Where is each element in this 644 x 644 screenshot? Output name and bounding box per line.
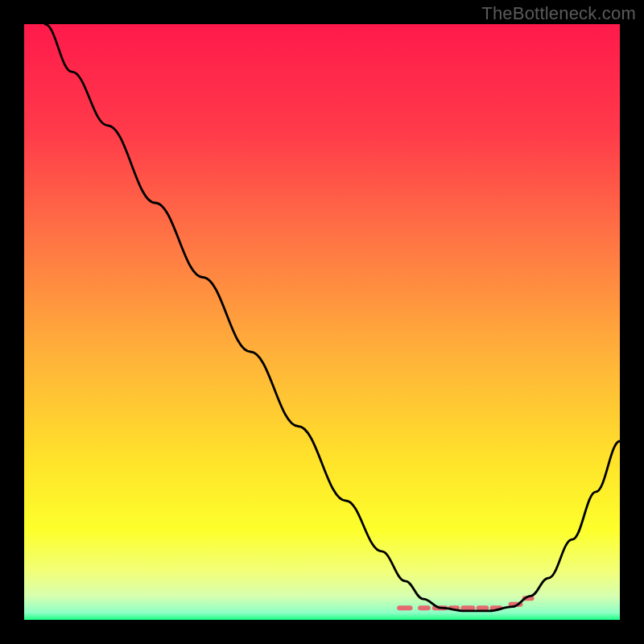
chart-frame: TheBottleneck.com bbox=[0, 0, 644, 644]
curve-path bbox=[45, 24, 620, 611]
plot-svg bbox=[24, 24, 620, 620]
watermark-text: TheBottleneck.com bbox=[481, 3, 636, 24]
plot-area bbox=[24, 24, 620, 620]
